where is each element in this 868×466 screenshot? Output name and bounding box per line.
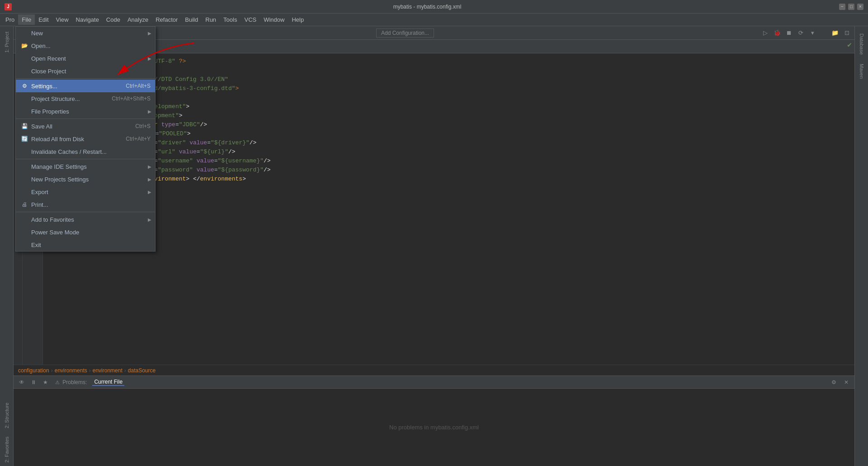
- code-line-5: <configuration>: [48, 93, 849, 102]
- menu-item-vcs[interactable]: VCS: [241, 14, 260, 25]
- file-props-icon: [20, 107, 28, 115]
- toolbar-debug-btn[interactable]: 🐞: [772, 28, 782, 38]
- code-line-7: <environment id="development">: [48, 111, 849, 120]
- menu-item-run[interactable]: Run: [202, 14, 220, 25]
- bottom-panel-content: No problems in mybatis.config.xml: [14, 389, 854, 466]
- menu-file-open-recent[interactable]: Open Recent: [16, 52, 155, 65]
- menu-file-save-all[interactable]: 💾 Save All Ctrl+S: [16, 120, 155, 133]
- menu-file-properties[interactable]: File Properties: [16, 105, 155, 118]
- code-line-14: </dataSource> </environment> </environme…: [48, 175, 849, 184]
- menu-item-view[interactable]: View: [52, 14, 72, 25]
- bottom-panel: 👁 ⏸ ★ ⚠ Problems: Current File ⚙ ✕ No pr…: [14, 376, 854, 466]
- window-controls: − □ ×: [839, 4, 863, 10]
- title-bar: J mybatis - mybatis.config.xml − □ ×: [0, 0, 868, 14]
- menu-file-power-save[interactable]: Power Save Mode: [16, 226, 155, 238]
- menu-file-project-structure[interactable]: Project Structure... Ctrl+Alt+Shift+S: [16, 92, 155, 105]
- sidebar-tab-structure[interactable]: 2: Structure: [3, 399, 10, 432]
- menu-item-code[interactable]: Code: [103, 14, 124, 25]
- toolbar-refresh-btn[interactable]: ⟳: [796, 28, 806, 38]
- exit-icon: [20, 241, 28, 249]
- menu-item-navigate[interactable]: Navigate: [72, 14, 103, 25]
- bottom-eye-icon[interactable]: 👁: [17, 378, 26, 387]
- menu-file-open[interactable]: 📂 Open...: [16, 39, 155, 52]
- panel-tab-problems[interactable]: ⚠ Problems:: [53, 379, 89, 385]
- left-sidebar: 1: Project 2: Structure 2: Favorites: [0, 26, 14, 466]
- menu-item-window[interactable]: Window: [260, 14, 288, 25]
- separator-1: [16, 78, 155, 79]
- menu-item-refactor[interactable]: Refactor: [152, 14, 181, 25]
- manage-ide-icon: [20, 162, 28, 171]
- toolbar-folder-btn[interactable]: 📁: [830, 28, 840, 38]
- maximize-button[interactable]: □: [848, 4, 854, 10]
- code-line-10: <property name="driver" value="${driver}…: [48, 138, 849, 147]
- menu-file-settings[interactable]: ⚙ Settings... Ctrl+Alt+S: [16, 80, 155, 92]
- code-line-11: <property name="url" value="${url}"/>: [48, 147, 849, 157]
- menu-file-close-project[interactable]: Close Project: [16, 65, 155, 77]
- window-title: mybatis - mybatis.config.xml: [15, 4, 839, 10]
- menu-file-invalidate-caches[interactable]: Invalidate Caches / Restart...: [16, 145, 155, 158]
- open-recent-icon: [20, 54, 28, 62]
- menu-item-help[interactable]: Help: [288, 14, 307, 25]
- bottom-star-icon[interactable]: ★: [41, 378, 50, 387]
- bottom-pause-icon[interactable]: ⏸: [29, 378, 38, 387]
- bottom-toolbar: 👁 ⏸ ★: [17, 378, 50, 387]
- menu-file-export[interactable]: Export: [16, 185, 155, 198]
- current-file-tab-label: Current File: [94, 379, 123, 385]
- save-icon: 💾: [20, 122, 28, 130]
- separator-3: [16, 159, 155, 159]
- breadcrumb-sep-1: ›: [51, 367, 53, 374]
- menu-file-manage-ide[interactable]: Manage IDE Settings: [16, 160, 155, 173]
- panel-close-icon[interactable]: ✕: [842, 378, 851, 387]
- menu-file-exit[interactable]: Exit: [16, 238, 155, 251]
- favorites-icon: [20, 215, 28, 223]
- sidebar-tab-project[interactable]: 1: Project: [3, 28, 10, 56]
- panel-tab-current-file[interactable]: Current File: [92, 379, 124, 386]
- menu-item-analyze[interactable]: Analyze: [124, 14, 152, 25]
- menu-item-file[interactable]: File: [18, 14, 35, 25]
- breadcrumb-configuration[interactable]: configuration: [18, 367, 49, 374]
- breadcrumb-sep-2: ›: [89, 367, 91, 374]
- breadcrumb-environments[interactable]: environments: [55, 367, 87, 374]
- invalidate-icon: [20, 147, 28, 156]
- new-icon: [20, 29, 28, 37]
- menu-item-tools[interactable]: Tools: [220, 14, 241, 25]
- settings-icon: ⚙: [20, 82, 28, 90]
- menu-item-build[interactable]: Build: [181, 14, 202, 25]
- menu-file-print[interactable]: 🖨 Print...: [16, 198, 155, 211]
- panel-settings-icon[interactable]: ⚙: [829, 378, 838, 387]
- sidebar-tab-favorites[interactable]: 2: Favorites: [3, 433, 10, 466]
- toolbar-run-btn[interactable]: ▷: [760, 28, 770, 38]
- menu-item-edit[interactable]: Edit: [35, 14, 52, 25]
- code-content[interactable]: <?xml version="1.0" encoding="UTF-8" ?> …: [43, 53, 854, 365]
- close-button[interactable]: ×: [857, 4, 863, 10]
- breadcrumb-datasource[interactable]: dataSource: [128, 367, 156, 374]
- project-structure-icon: [20, 95, 28, 103]
- code-line-3: PUBLIC "-//mybatis.org//DTD Config 3.0//…: [48, 75, 849, 84]
- problems-tab-label: Problems:: [62, 379, 87, 385]
- toolbar-stop-btn[interactable]: ⏹: [784, 28, 794, 38]
- minimize-button[interactable]: −: [839, 4, 845, 10]
- new-projects-icon: [20, 175, 28, 183]
- export-icon: [20, 188, 28, 196]
- menu-file-add-favorites[interactable]: Add to Favorites: [16, 213, 155, 226]
- menu-item-pro[interactable]: Pro: [2, 14, 18, 25]
- toolbar-dropdown-btn[interactable]: ▾: [807, 28, 817, 38]
- right-tab-database[interactable]: Database: [858, 30, 865, 58]
- separator-2: [16, 119, 155, 119]
- app-icon: J: [5, 3, 12, 10]
- bottom-panel-tabs: 👁 ⏸ ★ ⚠ Problems: Current File ⚙ ✕: [14, 376, 854, 389]
- menu-file-new-projects-settings[interactable]: New Projects Settings: [16, 173, 155, 185]
- toolbar-expand-btn[interactable]: ⊡: [842, 28, 852, 38]
- breadcrumb: configuration › environments › environme…: [14, 365, 854, 376]
- breadcrumb-environment[interactable]: environment: [93, 367, 123, 374]
- open-icon: 📂: [20, 42, 28, 50]
- add-configuration-btn[interactable]: Add Configuration...: [376, 29, 434, 38]
- code-line-4: "http://mybatis.org/dtd/mybatis-3-config…: [48, 84, 849, 93]
- breadcrumb-sep-3: ›: [124, 367, 126, 374]
- code-line-1: <?xml version="1.0" encoding="UTF-8" ?>: [48, 57, 849, 66]
- print-icon: 🖨: [20, 200, 28, 209]
- right-tab-maven[interactable]: Maven: [858, 60, 865, 82]
- menu-file-reload[interactable]: 🔄 Reload All from Disk Ctrl+Alt+Y: [16, 133, 155, 145]
- close-project-icon: [20, 67, 28, 75]
- menu-file-new[interactable]: New: [16, 27, 155, 39]
